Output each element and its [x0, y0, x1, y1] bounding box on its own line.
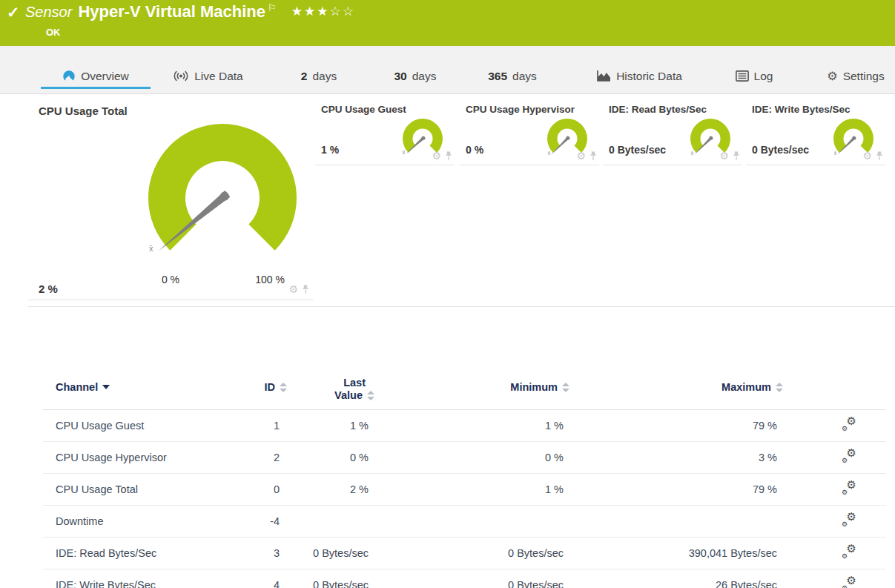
- cell-last-value: 0 Bytes/sec: [287, 569, 374, 588]
- cell-minimum: 0 Bytes/sec: [374, 569, 569, 588]
- priority-stars[interactable]: ★★★☆☆: [291, 4, 355, 19]
- sensor-type-label: Sensor: [25, 4, 72, 20]
- status-badge: OK: [46, 27, 61, 38]
- prtg-sensor-page: ✓ SensorHyper-V Virtual Machine⚐★★★☆☆ OK…: [0, 0, 895, 588]
- channel-table-header-row: Channel ID Last Value Minimum Maximum: [43, 307, 886, 410]
- cell-maximum: 79 %: [569, 474, 783, 506]
- pin-icon[interactable]: [302, 285, 309, 294]
- gear-icon[interactable]: ⚙: [719, 149, 729, 162]
- cell-id: 3: [241, 538, 287, 569]
- channel-table: Channel ID Last Value Minimum Maximum: [43, 307, 886, 588]
- cell-minimum: 0 %: [374, 442, 569, 474]
- table-row: CPU Usage Total02 %1 %79 %⚙⚙: [43, 474, 886, 506]
- channel-settings-gears-icon[interactable]: ⚙⚙: [842, 417, 856, 432]
- sensor-header: ✓ SensorHyper-V Virtual Machine⚐★★★☆☆ OK: [0, 0, 895, 46]
- gauge-panel-ide-read-bytes-sec: IDE: Read Bytes/Secx̄0 Bytes/sec⚙: [603, 95, 742, 165]
- cell-maximum: 26 Bytes/sec: [569, 569, 783, 588]
- gauge-scale-max-label: 100 %: [248, 274, 292, 285]
- pin-icon[interactable]: [445, 151, 452, 161]
- column-header-id[interactable]: ID: [241, 307, 287, 410]
- cell-last-value: 0 %: [287, 442, 374, 474]
- cell-channel: IDE: Write Bytes/Sec: [43, 569, 241, 588]
- cell-last-value: [287, 506, 374, 538]
- cell-minimum: 1 %: [374, 474, 569, 506]
- gear-icon[interactable]: ⚙: [862, 149, 872, 162]
- gear-icon[interactable]: ⚙: [576, 149, 586, 162]
- cell-channel: CPU Usage Guest: [43, 410, 241, 442]
- live-data-icon: [173, 70, 189, 82]
- pin-icon[interactable]: [733, 151, 740, 161]
- cell-minimum: [374, 506, 569, 538]
- gauge-title: IDE: Read Bytes/Sec: [609, 104, 707, 115]
- cell-id: -4: [241, 506, 287, 538]
- tab-bar: OverviewLive Data2days30days365daysHisto…: [0, 46, 895, 94]
- cell-channel: IDE: Read Bytes/Sec: [43, 538, 241, 569]
- cell-last-value: 2 %: [287, 474, 374, 506]
- tab-settings[interactable]: ⚙Settings: [822, 63, 890, 89]
- gauge-title: CPU Usage Total: [39, 105, 128, 117]
- tab-live-data[interactable]: Live Data: [162, 63, 254, 89]
- sort-caret-icon: [102, 385, 110, 389]
- cell-maximum: 390,041 Bytes/sec: [569, 538, 783, 569]
- cell-id: 2: [241, 442, 287, 474]
- tab-30-days[interactable]: 30days: [384, 63, 446, 89]
- settings-gear-icon: ⚙: [827, 70, 837, 83]
- tab-overview[interactable]: Overview: [41, 63, 151, 89]
- gauge-value: 1 %: [321, 144, 339, 156]
- column-header-last-value[interactable]: Last Value: [287, 307, 374, 410]
- sensor-title-line: SensorHyper-V Virtual Machine⚐★★★☆☆: [25, 2, 355, 22]
- cell-minimum: 1 %: [374, 410, 569, 442]
- cell-channel: CPU Usage Hypervisor: [43, 442, 241, 474]
- sensor-name: Hyper-V Virtual Machine: [78, 2, 265, 21]
- column-header-actions: [783, 307, 886, 410]
- gauge-value: 2 %: [39, 283, 58, 295]
- sort-arrows-icon: [280, 383, 287, 392]
- tab-365-days[interactable]: 365days: [478, 63, 546, 89]
- tab-2-days[interactable]: 2days: [289, 63, 349, 89]
- cell-last-value: 0 Bytes/sec: [287, 538, 374, 569]
- gear-icon[interactable]: ⚙: [432, 149, 441, 162]
- tab-log[interactable]: Log: [728, 63, 780, 89]
- gauge-panel-cpu-usage-hypervisor: CPU Usage Hypervisorx̄0 %⚙: [460, 95, 599, 165]
- cell-minimum: 0 Bytes/sec: [374, 538, 569, 569]
- log-icon: [736, 70, 749, 82]
- gauge-value: 0 Bytes/sec: [609, 144, 666, 156]
- column-header-minimum[interactable]: Minimum: [374, 307, 569, 410]
- cell-id: 4: [241, 569, 287, 588]
- gauge-chart: x̄: [137, 113, 308, 286]
- gauge-icon: [62, 70, 76, 83]
- gauge-panel-ide-write-bytes-sec: IDE: Write Bytes/Secx̄0 Bytes/sec⚙: [746, 95, 885, 165]
- channel-settings-gears-icon[interactable]: ⚙⚙: [842, 481, 856, 496]
- channel-settings-gears-icon[interactable]: ⚙⚙: [842, 545, 856, 560]
- check-icon: ✓: [7, 4, 20, 22]
- table-row: CPU Usage Hypervisor20 %0 %3 %⚙⚙: [43, 442, 886, 474]
- table-row: Downtime-4⚙⚙: [43, 506, 886, 538]
- channel-settings-gears-icon[interactable]: ⚙⚙: [842, 577, 856, 588]
- pin-icon[interactable]: [876, 151, 883, 161]
- cell-id: 1: [241, 410, 287, 442]
- sort-arrows-icon: [776, 383, 783, 392]
- column-header-channel[interactable]: Channel: [43, 307, 241, 410]
- cell-maximum: 79 %: [569, 410, 783, 442]
- channel-settings-gears-icon[interactable]: ⚙⚙: [842, 449, 856, 464]
- gauge-title: CPU Usage Guest: [321, 104, 406, 115]
- svg-text:x̄: x̄: [548, 151, 551, 156]
- tab-historic-data[interactable]: Historic Data: [584, 63, 694, 89]
- channel-settings-gears-icon[interactable]: ⚙⚙: [842, 513, 856, 528]
- svg-text:x̄: x̄: [834, 151, 837, 156]
- table-row: IDE: Write Bytes/Sec40 Bytes/sec0 Bytes/…: [43, 569, 886, 588]
- gauge-value: 0 Bytes/sec: [752, 144, 809, 156]
- pin-icon[interactable]: [589, 151, 597, 161]
- column-header-maximum[interactable]: Maximum: [569, 307, 783, 410]
- table-row: CPU Usage Guest11 %1 %79 %⚙⚙: [43, 410, 886, 442]
- historic-data-icon: [596, 70, 611, 82]
- cell-channel: Downtime: [43, 506, 241, 538]
- cell-channel: CPU Usage Total: [43, 474, 241, 506]
- sort-arrows-icon: [562, 383, 569, 392]
- cell-maximum: 3 %: [569, 442, 783, 474]
- flag-icon: ⚐: [268, 2, 277, 13]
- gauge-panel-cpu-usage-total: CPU Usage Total x̄ 0 % 100 % 2 % ⚙: [28, 95, 313, 300]
- cell-last-value: 1 %: [287, 410, 374, 442]
- gauge-title: CPU Usage Hypervisor: [466, 104, 575, 115]
- gear-icon[interactable]: ⚙: [288, 283, 298, 296]
